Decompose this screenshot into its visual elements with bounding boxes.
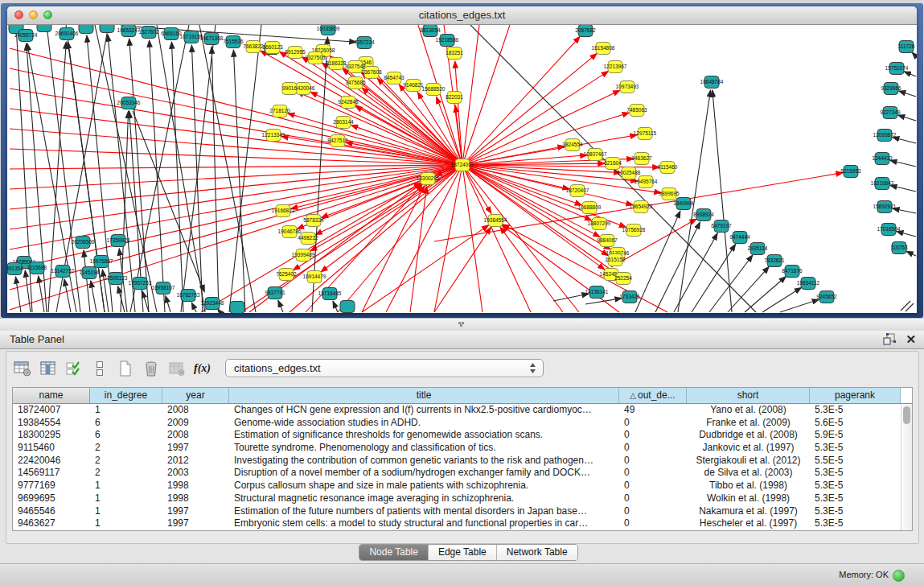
black-edge[interactable] <box>899 91 916 97</box>
black-edge[interactable] <box>674 233 717 312</box>
red-edge[interactable] <box>410 187 427 312</box>
delete-table-button[interactable] <box>140 358 162 379</box>
graph-node-label: 2087682 <box>575 27 596 33</box>
table-type-tabbar: Node TableEdge TableNetwork Table <box>6 544 924 565</box>
black-edge[interactable] <box>333 301 338 312</box>
close-panel-icon[interactable]: ✕ <box>906 333 916 345</box>
tab-network-table[interactable]: Network Table <box>497 545 577 560</box>
graph-node-teal[interactable] <box>37 25 51 32</box>
black-edge[interactable] <box>108 35 135 312</box>
table-row[interactable]: 1872400712008Changes of HCN gene express… <box>13 404 901 417</box>
black-edge[interactable] <box>762 287 802 312</box>
black-edge[interactable] <box>585 299 622 304</box>
black-edge[interactable] <box>64 279 71 312</box>
red-edge[interactable] <box>434 165 462 312</box>
black-edge[interactable] <box>199 25 256 312</box>
graph-node-label: 9115460 <box>658 164 678 170</box>
red-edge[interactable] <box>338 165 462 312</box>
table-row[interactable]: 946554611997Estimation of the future num… <box>13 505 901 518</box>
window-titlebar[interactable]: citations_edges.txt <box>7 6 917 25</box>
black-edge[interactable] <box>655 222 700 312</box>
red-edge[interactable] <box>288 113 462 165</box>
red-edge[interactable] <box>10 165 462 290</box>
network-canvas[interactable]: 1405572420691406106532471527602646616010… <box>7 25 917 313</box>
table-cell: 0 <box>619 429 687 442</box>
column-header-in_degree[interactable]: in_degree <box>90 388 162 403</box>
split-divider[interactable] <box>0 318 924 332</box>
black-edge[interactable] <box>912 52 916 56</box>
graph-node-teal[interactable] <box>340 301 355 313</box>
table-row[interactable]: 977716911998Corpus callosum shape and si… <box>13 480 901 492</box>
column-header-title[interactable]: title <box>229 388 619 403</box>
black-edge[interactable] <box>728 266 769 312</box>
black-edge[interactable] <box>166 296 170 312</box>
black-edge[interactable] <box>904 72 916 76</box>
red-edge[interactable] <box>503 225 667 312</box>
column-header-year[interactable]: year <box>162 388 229 403</box>
black-edge[interactable] <box>150 40 165 312</box>
black-edge[interactable] <box>890 185 916 192</box>
black-edge[interactable] <box>133 111 204 292</box>
black-edge[interactable] <box>278 300 283 312</box>
graph-node-teal[interactable] <box>100 25 114 33</box>
table-row[interactable]: 2242004622012Investigating the contribut… <box>13 455 901 468</box>
table-cell: 2 <box>90 467 162 480</box>
black-edge[interactable] <box>553 294 589 301</box>
table-row[interactable]: 1830029562008Estimation of significance … <box>13 429 901 442</box>
red-edge[interactable] <box>281 137 462 165</box>
vertical-scrollbar[interactable] <box>901 404 912 530</box>
table-row[interactable]: 946362711997Embryonic stem cells: a mode… <box>13 517 901 530</box>
graph-node-teal[interactable] <box>230 302 244 314</box>
column-header-out_de[interactable]: △out_de... <box>619 388 687 403</box>
table-row[interactable]: 1938455462009Genome-wide association stu… <box>13 417 901 430</box>
table-row[interactable]: 969969511998Structural magnetic resonanc… <box>13 492 901 505</box>
table-selector-dropdown[interactable]: citations_edges.txt <box>225 359 544 377</box>
red-edge[interactable] <box>10 129 462 165</box>
unmerge-rows-button[interactable] <box>88 358 110 379</box>
graph-node-label: 8186328 <box>326 60 347 66</box>
black-edge[interactable] <box>898 115 916 121</box>
column-header-pagerank[interactable]: pagerank <box>810 388 901 403</box>
scrollbar-thumb[interactable] <box>903 406 910 424</box>
tab-node-table[interactable]: Node Table <box>359 545 429 560</box>
black-edge[interactable] <box>890 160 916 167</box>
black-edge[interactable] <box>901 301 910 311</box>
column-header-name[interactable]: name <box>13 388 90 403</box>
function-builder-button[interactable]: f(x) <box>191 358 213 379</box>
black-edge[interactable] <box>191 303 196 312</box>
red-edge[interactable] <box>362 225 489 312</box>
select-columns-button[interactable] <box>37 358 59 379</box>
black-edge[interactable] <box>91 281 97 312</box>
graph-node-label: 16210643 <box>871 180 894 186</box>
import-table-disabled-button[interactable] <box>166 358 187 379</box>
graph-node-label: 9474444 <box>729 234 750 240</box>
red-edge[interactable] <box>462 25 479 165</box>
black-edge[interactable] <box>893 137 916 143</box>
graph-node-label: 9245652 <box>816 294 837 299</box>
column-header-short[interactable]: short <box>687 388 810 403</box>
close-window-button[interactable] <box>14 10 23 19</box>
select-all-rows-button[interactable] <box>63 358 84 379</box>
float-panel-icon[interactable] <box>883 333 896 345</box>
black-edge[interactable] <box>780 299 819 312</box>
table-cell: 1 <box>90 517 162 530</box>
minimize-window-button[interactable] <box>29 10 38 19</box>
divider-grip-icon[interactable] <box>458 322 461 324</box>
new-table-button[interactable] <box>114 358 136 379</box>
black-edge[interactable] <box>897 232 916 237</box>
black-edge[interactable] <box>713 90 732 312</box>
table-settings-button[interactable] <box>11 358 33 379</box>
black-edge[interactable] <box>906 251 916 256</box>
table-row[interactable]: 1456911722003Disruption of a novel membe… <box>13 467 901 480</box>
graph-node-label: 18807299 <box>588 220 611 226</box>
red-edge[interactable] <box>462 25 510 165</box>
graph-node-label: 10973493 <box>616 84 639 89</box>
graph-node-label: 10653247 <box>117 27 141 33</box>
black-edge[interactable] <box>635 211 680 312</box>
black-edge[interactable] <box>211 47 219 312</box>
tab-edge-table[interactable]: Edge Table <box>429 545 497 560</box>
table-row[interactable]: 911546021997Tourette syndrome. Phenomeno… <box>13 442 901 455</box>
black-edge[interactable] <box>130 25 189 312</box>
graph-node-teal[interactable] <box>79 25 93 34</box>
zoom-window-button[interactable] <box>43 10 52 19</box>
